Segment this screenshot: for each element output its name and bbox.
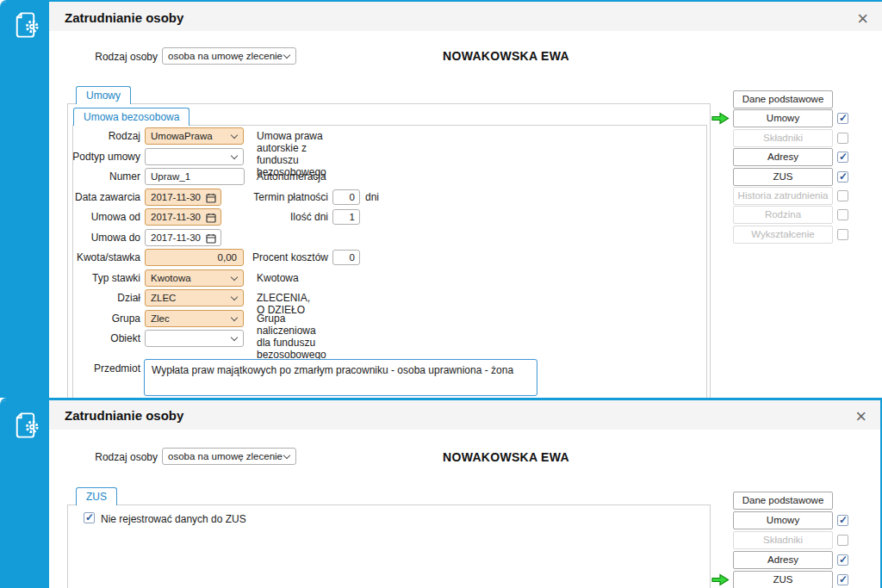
person-type-label: Rodzaj osoby <box>52 451 158 463</box>
document-gear-icon <box>9 410 40 441</box>
sidebar-checkbox-rodzina[interactable] <box>837 209 848 220</box>
person-type-label: Rodzaj osoby <box>52 51 158 63</box>
pointer-arrow-icon <box>711 573 730 586</box>
przedmiot-textarea[interactable]: Wypłata praw majątkowych po zmarłym prac… <box>144 359 537 396</box>
rodzaj-label: Rodzaj <box>34 130 140 142</box>
obiekt-select[interactable] <box>145 330 244 347</box>
umowa-do-label: Umowa do <box>34 232 140 244</box>
person-type-select[interactable]: osoba na umowę zlecenie <box>162 47 296 65</box>
dzial-label: Dział <box>34 292 140 304</box>
active-section-arrow <box>711 112 730 125</box>
chevron-down-icon <box>283 452 290 459</box>
obiekt-label: Obiekt <box>34 332 140 344</box>
close-icon[interactable]: × <box>855 403 866 430</box>
termin-platnosci-label: Termin płatności <box>198 191 328 203</box>
procent-kosztow-input[interactable]: 0 <box>332 250 360 265</box>
chevron-down-icon <box>283 52 290 59</box>
sidebar-checkbox-umowy[interactable] <box>837 113 848 124</box>
dzial-select[interactable]: ZLEC <box>145 289 244 306</box>
window-employment-umowy: Zatrudnianie osoby × Rodzaj osoby osoba … <box>0 0 882 398</box>
ilosc-dni-label: Ilość dni <box>198 211 328 223</box>
sidebar-button-skladniki: Składniki <box>733 129 833 147</box>
sidebar-button-dane-podstawowe[interactable]: Dane podstawowe <box>733 492 833 510</box>
sidebar-button-wyksztalcenie: Wykształcenie <box>733 226 833 244</box>
sidebar-checkbox-zus[interactable] <box>837 171 848 183</box>
sidebar-checkbox-adresy[interactable] <box>837 554 848 566</box>
window-title: Zatrudnianie osoby <box>65 3 183 33</box>
sidebar-button-zus[interactable]: ZUS <box>733 571 833 588</box>
person-type-select[interactable]: osoba na umowę zlecenie <box>162 448 296 465</box>
person-name: NOWAKOWSKA EWA <box>388 450 624 464</box>
procent-kosztow-label: Procent kosztów <box>198 251 328 263</box>
kwota-stawka-label: Kwota/stawka <box>34 251 140 263</box>
pointer-arrow-icon <box>711 112 730 125</box>
ilosc-dni-input[interactable]: 1 <box>332 209 360 225</box>
sidebar-checkbox-skladniki[interactable] <box>837 133 848 144</box>
typ-stawki-label: Typ stawki <box>34 272 140 284</box>
document-gear-icon <box>9 9 40 40</box>
chevron-down-icon <box>231 334 238 341</box>
sidebar-checkbox-zus[interactable] <box>837 574 848 585</box>
sidebar-button-historia-zatrudnienia: Historia zatrudnienia <box>733 187 833 205</box>
window-employment-zus: Zatrudnianie osoby × Rodzaj osoby osoba … <box>0 398 882 588</box>
sidebar-button-adresy[interactable]: Adresy <box>733 148 833 166</box>
person-name: NOWAKOWSKA EWA <box>388 49 624 63</box>
sidebar-checkbox-adresy[interactable] <box>837 152 848 163</box>
termin-platnosci-suffix: dni <box>365 191 379 203</box>
przedmiot-label: Przedmiot <box>52 362 140 374</box>
tab-umowa-bezosobowa[interactable]: Umowa bezosobowa <box>73 108 189 126</box>
tab-umowy[interactable]: Umowy <box>76 86 131 104</box>
close-icon[interactable]: × <box>857 5 868 33</box>
sidebar-button-umowy[interactable]: Umowy <box>733 109 833 127</box>
sidebar-button-umowy[interactable]: Umowy <box>733 511 833 529</box>
data-zawarcia-label: Data zawarcia <box>34 191 140 203</box>
umowa-od-label: Umowa od <box>34 211 140 223</box>
termin-platnosci-input[interactable]: 0 <box>332 189 360 205</box>
zus-no-register-checkbox[interactable] <box>84 512 95 523</box>
sidebar-button-rodzina: Rodzina <box>733 206 833 224</box>
sidebar-button-zus[interactable]: ZUS <box>733 168 833 186</box>
chevron-down-icon <box>231 274 238 281</box>
podtyp-umowy-select[interactable] <box>145 148 244 165</box>
screen: Zatrudnianie osoby × Rodzaj osoby osoba … <box>0 0 882 588</box>
sidebar-button-adresy[interactable]: Adresy <box>733 551 833 569</box>
umowa-do-input[interactable]: 2017-11-30 <box>145 229 221 246</box>
typ-stawki-select[interactable]: Kwotowa <box>145 269 244 287</box>
grupa-label: Grupa <box>34 313 140 325</box>
podtyp-umowy-label: Podtyp umowy <box>34 151 140 163</box>
numer-label: Numer <box>34 170 140 183</box>
zus-no-register-label: Nie rejestrować danych do ZUS <box>101 513 246 525</box>
chevron-down-icon <box>231 152 238 159</box>
sidebar-checkbox-skladniki[interactable] <box>837 535 848 546</box>
sidebar-button-skladniki: Składniki <box>733 531 833 549</box>
chevron-down-icon <box>231 314 238 321</box>
sidebar-checkbox-wyksztalcenie[interactable] <box>837 229 848 240</box>
rodzaj-select[interactable]: UmowaPrawa <box>145 127 244 145</box>
window-title: Zatrudnianie osoby <box>65 401 183 430</box>
numer-input[interactable]: Upraw_1 <box>145 168 245 185</box>
sidebar-checkbox-historia-zatrudnienia[interactable] <box>837 190 848 201</box>
grupa-select[interactable]: Zlec <box>145 310 244 327</box>
window-icon-column <box>0 400 49 588</box>
chevron-down-icon <box>231 294 238 300</box>
typ-stawki-caption: Kwotowa <box>257 272 299 284</box>
tab-zus[interactable]: ZUS <box>76 487 117 505</box>
active-section-arrow <box>711 573 730 586</box>
calendar-icon <box>206 233 216 244</box>
sidebar-button-dane-podstawowe[interactable]: Dane podstawowe <box>733 90 833 108</box>
chevron-down-icon <box>231 132 238 139</box>
numer-caption: Autonumeracja <box>257 170 326 183</box>
sidebar-checkbox-umowy[interactable] <box>837 515 848 526</box>
